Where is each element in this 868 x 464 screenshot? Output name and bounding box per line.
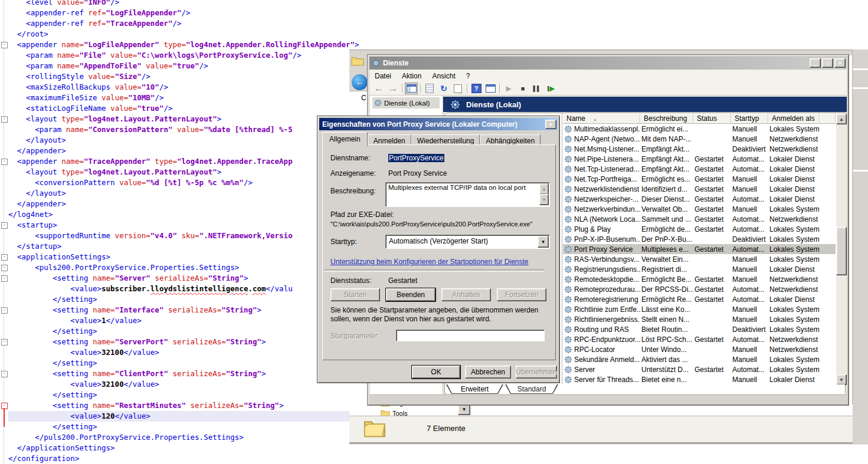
back-icon[interactable]: ← [372, 83, 385, 94]
service-row[interactable]: Net.Msmq-Listener...Empfängt Akt...Deakt… [563, 144, 836, 154]
close-button[interactable]: × [834, 58, 846, 68]
service-row[interactable]: Richtlinienergebniss...Stellt einen N...… [563, 314, 836, 324]
description-field[interactable]: Multiplexes external TCP/IP data on loca… [385, 182, 550, 207]
service-name: NAP-Agent (Netwo... [574, 135, 640, 143]
menu-item-aktion[interactable]: Aktion [397, 71, 427, 81]
service-name-value[interactable]: PortProxyService [388, 154, 444, 162]
view-tab-label: Erweitert [461, 385, 489, 393]
vertical-scrollbar[interactable]: ▲ ▼ [836, 114, 846, 384]
fold-marker[interactable]: - [1, 42, 8, 48]
fold-marker[interactable]: - [1, 307, 8, 314]
service-row[interactable]: Net.Pipe-Listenera...Empfängt Akt...Gest… [563, 154, 836, 164]
service-starttype: Manuell [731, 175, 768, 183]
tree-item-dienste-lokal[interactable]: Dienste (Lokal) [372, 97, 440, 108]
dialog-titlebar[interactable]: Eigenschaften von Port Proxy Service (Lo… [319, 118, 558, 130]
maximize-button[interactable]: □ [822, 58, 833, 68]
service-description: Mit dem NAP-... [640, 135, 693, 143]
service-row[interactable]: Richtlinie zum Entfe...Lässt eine Ko...M… [563, 304, 836, 314]
export-list-icon[interactable]: → [451, 83, 464, 94]
view-tab-erweitert[interactable]: Erweitert [446, 384, 503, 394]
cancel-button[interactable]: Abbrechen [465, 366, 511, 379]
properties-icon[interactable] [423, 83, 436, 94]
dropdown-icon[interactable]: ▼ [458, 404, 470, 415]
forward-icon[interactable]: → [386, 83, 399, 94]
service-row[interactable]: Netzwerkspeicher-...Dieser Dienst...Gest… [563, 194, 836, 204]
service-row[interactable]: ServerUnterstützt D...GestartetAutomat..… [563, 364, 836, 374]
chevron-down-icon[interactable]: ▼ [538, 236, 549, 248]
service-row[interactable]: Sekundäre Anmeld...Aktiviert das ...Manu… [563, 354, 836, 364]
menu-item-help[interactable]: ? [461, 71, 476, 81]
scroll-down-icon[interactable]: ▼ [539, 194, 549, 205]
service-row[interactable]: Registrierungsdiens...Registriert di...M… [563, 264, 836, 274]
extended-view-icon[interactable] [484, 83, 497, 94]
fold-marker[interactable]: - [1, 116, 8, 123]
service-row[interactable]: Remoteprozedurau...Der RPCSS-Di...Gestar… [563, 284, 836, 294]
fold-marker[interactable]: - [1, 339, 8, 345]
service-row[interactable]: NetzwerklistendienstIdentifiziert d...Ge… [563, 184, 836, 194]
help-icon[interactable]: ? [470, 83, 483, 94]
fold-bracket [4, 408, 5, 427]
minimize-button[interactable]: _ [810, 58, 821, 68]
list-rows: Multimediaklassenpl...Ermöglicht ei...Ma… [563, 124, 836, 384]
service-row[interactable]: Server für Threads...Bietet eine n...Man… [563, 374, 836, 384]
service-row[interactable]: Plug & PlayErmöglicht de...GestartetAuto… [563, 224, 836, 234]
pause-service-icon[interactable]: ▌▌ [530, 83, 543, 94]
scroll-up-icon[interactable]: ▲ [836, 114, 847, 124]
service-status: Gestartet [693, 285, 731, 294]
service-row[interactable]: Port Proxy ServiceMultiplexes e...Gestar… [563, 244, 836, 254]
stop-service-icon[interactable]: ■ [516, 83, 529, 94]
ok-button[interactable]: OK [412, 366, 460, 379]
beenden-button[interactable]: Beenden [386, 288, 435, 301]
service-row[interactable]: RAS-Verbindungsv...Verwaltet Ein...Manue… [563, 254, 836, 264]
service-row[interactable]: RPC-LocatorUnter Windo...ManuellNetzwerk… [563, 344, 836, 354]
menu-item-ansicht[interactable]: Ansicht [427, 71, 460, 81]
service-row[interactable]: NAP-Agent (Netwo...Mit dem NAP-...Manuel… [563, 134, 836, 144]
service-name: Richtlinienergebniss... [574, 315, 640, 324]
back-icon[interactable]: ← [352, 74, 367, 90]
service-row[interactable]: Net.Tcp-Portfreiga...Ermöglicht es...Ges… [563, 174, 836, 184]
service-row[interactable]: Remotedesktopdie...Ermöglicht Be...Gesta… [563, 274, 836, 284]
column-header-anmelden-als[interactable]: Anmelden als [768, 114, 820, 124]
column-header-name[interactable]: Name▴ [563, 114, 640, 124]
column-header-starttyp[interactable]: Starttyp [731, 114, 768, 124]
view-tab-standard[interactable]: Standard [505, 384, 558, 394]
startup-options-link[interactable]: Unterstützung beim Konfigurieren der Sta… [330, 258, 529, 266]
dialog-tabs: AllgemeinAnmeldenWiederherstellungAbhäng… [322, 133, 541, 145]
service-row[interactable]: Netzwerkverbindun...Verwaltet Ob...Gesta… [563, 204, 836, 214]
fold-marker[interactable]: - [1, 254, 8, 261]
code-line: <value>32100</value> [8, 379, 159, 390]
service-row[interactable]: Net.Tcp-Listenerad...Empfängt Akt...Gest… [563, 164, 836, 174]
restart-service-icon[interactable]: ▶ [545, 83, 558, 94]
list-item[interactable]: Tools [381, 409, 408, 416]
service-row[interactable]: Multimediaklassenpl...Ermöglicht ei...Ma… [563, 124, 836, 134]
scroll-up-icon[interactable]: ▲ [539, 183, 549, 195]
fold-marker[interactable]: - [1, 371, 8, 377]
column-header-status[interactable]: Status [693, 114, 731, 124]
fold-marker[interactable]: - [1, 159, 8, 165]
code-line: <layout type="log4net.Layout.PatternLayo… [8, 167, 221, 177]
refresh-icon[interactable]: ↻ [437, 83, 450, 94]
pane-divider[interactable] [562, 113, 562, 393]
service-name-cell: Multimediaklassenpl... [563, 125, 640, 133]
start-service-icon[interactable]: ▶ [502, 83, 515, 94]
scrollbar-thumb[interactable] [836, 227, 847, 275]
background-window-strip [852, 50, 868, 445]
start-type-select[interactable]: Automatisch (Verzögerter Start) ▼ [385, 235, 550, 249]
service-logon: Lokales System [768, 325, 820, 334]
show-console-tree-icon[interactable] [405, 83, 418, 94]
services-window-titlebar[interactable]: Dienste _□× [369, 57, 847, 70]
column-header-beschreibung[interactable]: Beschreibung [640, 114, 693, 124]
service-row[interactable]: PnP-X-IP-Busenum...Der PnP-X-Bu...Deakti… [563, 234, 836, 244]
start-params-input[interactable] [396, 330, 545, 341]
close-icon[interactable]: × [545, 120, 556, 129]
tab-allgemein[interactable]: Allgemein [322, 132, 368, 146]
fold-marker[interactable]: - [1, 222, 8, 229]
scroll-down-icon[interactable]: ▼ [836, 374, 847, 385]
service-row[interactable]: RPC-Endpunktzuor...Löst RPC-Sch...Gestar… [563, 334, 836, 344]
service-row[interactable]: Routing und RASBietet Routin...Deaktivie… [563, 324, 836, 334]
fold-marker[interactable]: - [1, 275, 8, 282]
service-row[interactable]: NLA (Network Loca...Sammelt und ...Gesta… [563, 214, 836, 224]
menu-item-datei[interactable]: Datei [369, 71, 397, 81]
fold-marker[interactable]: - [1, 265, 8, 271]
service-row[interactable]: RemoteregistrierungErmöglicht Re...Gesta… [563, 294, 836, 304]
